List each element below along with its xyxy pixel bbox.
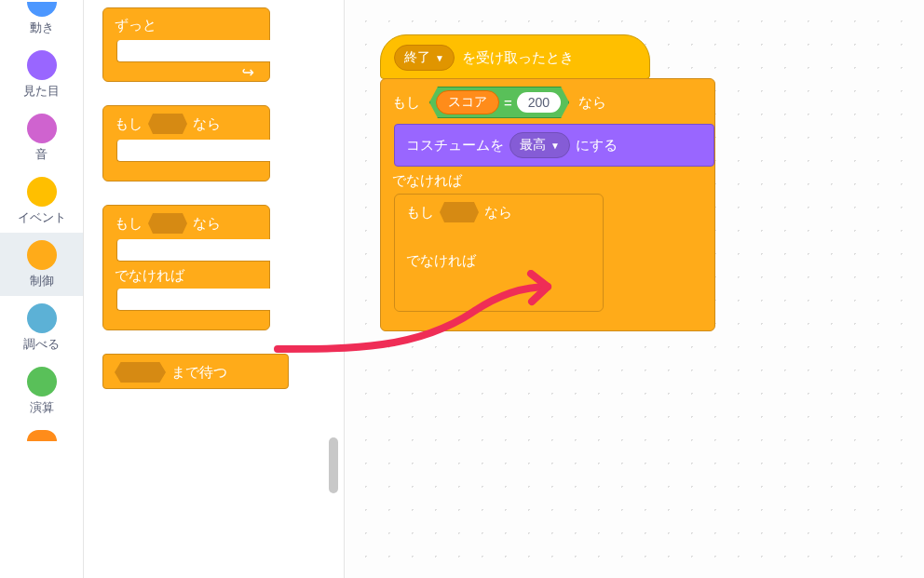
category-label: 音	[35, 146, 48, 163]
dropdown-value: 最高	[520, 137, 546, 154]
block-label-if: もし	[392, 94, 420, 112]
user-script[interactable]: 終了 ▼ を受け取ったとき もし スコア = 200 なら	[380, 35, 715, 331]
variable-reporter[interactable]: スコア	[436, 90, 499, 114]
palette-scrollbar[interactable]	[329, 437, 338, 493]
block-if-else-outer[interactable]: もし スコア = 200 なら コスチュームを 最高 ▼	[380, 78, 715, 331]
boolean-input-slot[interactable]	[440, 202, 479, 222]
number-input[interactable]: 200	[517, 92, 561, 113]
category-label: 調べる	[23, 336, 60, 353]
block-when-received[interactable]: 終了 ▼ を受け取ったとき	[380, 34, 650, 79]
category-label: イベント	[18, 209, 66, 226]
block-label: コスチュームを	[406, 137, 504, 155]
block-label-if: もし	[115, 215, 143, 233]
block-label: ずっと	[115, 17, 156, 34]
block-label: にする	[576, 137, 618, 155]
control-dot-icon	[27, 240, 57, 270]
block-if[interactable]: もし なら	[102, 105, 270, 181]
category-looks[interactable]: 見た目	[0, 43, 83, 106]
block-forever[interactable]: ずっと ↩	[102, 7, 270, 82]
events-dot-icon	[27, 177, 57, 207]
sound-dot-icon	[27, 114, 57, 143]
chevron-down-icon: ▼	[550, 141, 560, 151]
chevron-down-icon: ▼	[435, 53, 444, 63]
operators-dot-icon	[27, 367, 57, 397]
boolean-input-slot[interactable]	[148, 213, 187, 234]
operator-equals[interactable]: スコア = 200	[429, 87, 569, 118]
category-sensing[interactable]: 調べる	[0, 296, 83, 359]
block-label-then: なら	[484, 204, 512, 222]
category-next[interactable]	[0, 423, 83, 441]
sensing-dot-icon	[27, 303, 57, 333]
block-wait-until[interactable]: まで待つ	[102, 354, 289, 389]
costume-dropdown[interactable]: 最高 ▼	[510, 132, 570, 158]
category-control[interactable]: 制御	[0, 233, 83, 296]
category-operators[interactable]: 演算	[0, 359, 83, 423]
block-label: まで待つ	[171, 364, 227, 382]
block-label-then: なら	[193, 215, 221, 233]
dropdown-value: 終了	[404, 49, 430, 66]
loop-arrow-icon: ↩	[242, 63, 254, 81]
category-motion[interactable]: 動き	[0, 2, 83, 43]
block-palette: ずっと ↩ もし なら もし なら	[84, 0, 345, 578]
block-switch-costume[interactable]: コスチュームを 最高 ▼ にする	[394, 124, 714, 167]
block-label-then: なら	[193, 115, 221, 133]
block-label-if: もし	[406, 204, 434, 222]
scratch-editor: 動き 見た目 音 イベント 制御 調べる 演算	[0, 0, 924, 578]
block-label-else: でなければ	[115, 267, 184, 283]
category-label: 見た目	[23, 83, 60, 100]
next-dot-icon	[27, 430, 57, 441]
category-label: 制御	[30, 273, 54, 289]
category-events[interactable]: イベント	[0, 169, 83, 233]
looks-dot-icon	[27, 50, 57, 80]
category-sidebar: 動き 見た目 音 イベント 制御 調べる 演算	[0, 0, 84, 578]
operator-symbol: =	[504, 95, 512, 111]
block-label-else: でなければ	[392, 172, 462, 188]
category-sound[interactable]: 音	[0, 106, 83, 169]
category-label: 演算	[30, 399, 54, 416]
block-label-then: なら	[578, 94, 606, 112]
scripting-workspace[interactable]: 終了 ▼ を受け取ったとき もし スコア = 200 なら	[345, 0, 924, 578]
block-label-if: もし	[115, 115, 143, 133]
block-if-else[interactable]: もし なら でなければ	[102, 205, 270, 330]
block-label: を受け取ったとき	[462, 49, 574, 67]
block-if-else-inner[interactable]: もし なら でなければ	[394, 194, 604, 312]
boolean-input-slot[interactable]	[115, 362, 166, 383]
message-dropdown[interactable]: 終了 ▼	[394, 45, 455, 71]
boolean-input-slot[interactable]	[148, 114, 187, 134]
block-label-else: でなければ	[406, 252, 476, 268]
motion-dot-icon	[27, 2, 57, 17]
category-label: 動き	[30, 20, 54, 36]
